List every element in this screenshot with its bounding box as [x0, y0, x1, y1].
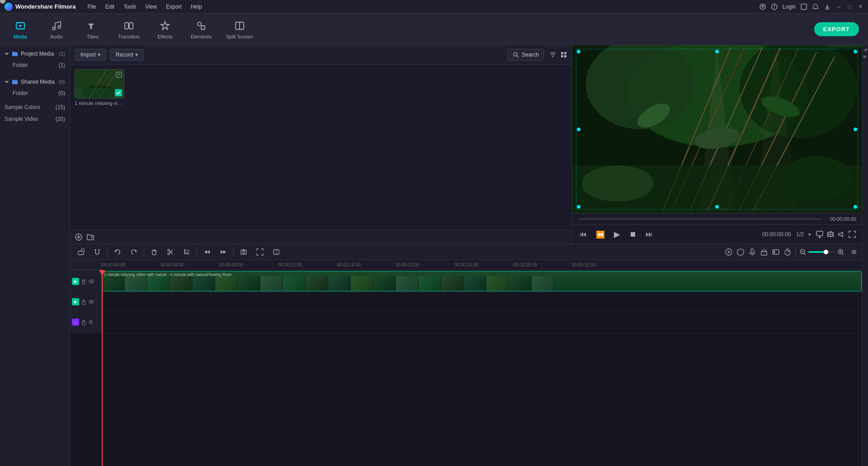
shared-folder-icon: [12, 79, 18, 85]
toolbar-audio[interactable]: Audio: [45, 19, 68, 39]
maximize-button[interactable]: □: [846, 4, 853, 10]
ruler-mark-7: 00:00:28:00: [513, 262, 537, 267]
speed-backward-button[interactable]: [201, 247, 213, 257]
media-item-label: 1 minute relaxing video ...: [75, 100, 124, 106]
track-add-icon[interactable]: [725, 248, 733, 256]
undo-button[interactable]: [111, 247, 124, 257]
sidebar-collapse-icon[interactable]: ◀: [863, 47, 867, 52]
toolbar-transition[interactable]: Transition: [118, 19, 140, 39]
handle-bl[interactable]: [577, 205, 580, 209]
toolbar-titles[interactable]: T Titles: [81, 19, 104, 39]
track1-eye-icon[interactable]: [88, 278, 94, 285]
handle-mt[interactable]: [715, 50, 719, 53]
handle-mr[interactable]: [854, 128, 857, 131]
menu-file[interactable]: File: [83, 2, 100, 12]
handle-tr[interactable]: [854, 50, 857, 53]
track-1-content[interactable]: 1 minute relaxing video with nature - A …: [102, 270, 862, 292]
zoom-handle[interactable]: [824, 250, 828, 254]
voice-tune-icon[interactable]: [760, 248, 768, 256]
track2-lock-icon[interactable]: [80, 299, 87, 305]
sample-video-item[interactable]: Sample Video (20): [0, 113, 70, 125]
menu-edit[interactable]: Edit: [101, 2, 119, 12]
magnet-button[interactable]: [91, 247, 104, 257]
color-grade-icon[interactable]: [772, 248, 780, 256]
scrubber-track[interactable]: [578, 218, 823, 220]
toolbar-elements-label: Elements: [191, 34, 212, 39]
capture-button[interactable]: [237, 247, 250, 257]
handle-tl[interactable]: [577, 50, 580, 53]
export-button[interactable]: EXPORT: [814, 22, 859, 36]
playback-rate-selector[interactable]: ▾: [807, 230, 813, 239]
shared-media-header[interactable]: Shared Media (0): [0, 76, 70, 88]
fullscreen-preview-icon[interactable]: [848, 230, 856, 238]
track-2-content[interactable]: [102, 293, 862, 310]
project-media-folder[interactable]: Folder (1): [0, 60, 70, 71]
filter-icon[interactable]: [549, 51, 557, 58]
sample-colors-item[interactable]: Sample Colors (15): [0, 101, 70, 113]
audio-lock-icon[interactable]: [80, 319, 87, 325]
add-media-button[interactable]: +: [75, 247, 87, 257]
handle-ml[interactable]: [577, 128, 580, 131]
audio-track-content[interactable]: [102, 311, 862, 333]
menu-export[interactable]: Export: [161, 2, 186, 12]
menu-tools[interactable]: Tools: [119, 2, 141, 12]
minimize-button[interactable]: ─: [835, 4, 842, 10]
redo-button[interactable]: [127, 247, 140, 257]
svg-rect-5: [801, 4, 807, 10]
menu-view[interactable]: View: [141, 2, 161, 12]
svg-rect-76: [185, 250, 189, 253]
mic-icon[interactable]: [748, 248, 756, 256]
toolbar-effects[interactable]: Effects: [154, 19, 176, 39]
cut-button[interactable]: [164, 247, 177, 257]
handle-mb[interactable]: [715, 205, 719, 209]
shield-icon[interactable]: [736, 248, 745, 256]
svg-point-78: [243, 251, 245, 253]
svg-point-10: [58, 26, 61, 29]
volume-icon[interactable]: [837, 230, 845, 238]
audio-volume-icon[interactable]: [88, 319, 94, 325]
login-button[interactable]: Login: [783, 4, 796, 10]
import-button[interactable]: Import ▾: [75, 49, 106, 61]
handle-br[interactable]: [854, 205, 857, 209]
speed-icon[interactable]: [783, 248, 792, 256]
toolbar-elements[interactable]: Elements: [190, 19, 212, 39]
track1-lock-icon[interactable]: [80, 278, 87, 285]
grid-view-icon[interactable]: [560, 51, 567, 58]
play-button[interactable]: ▶: [612, 228, 622, 241]
next-frame-button[interactable]: ⏭: [644, 228, 655, 240]
timeline-options-icon[interactable]: [851, 249, 857, 255]
delete-button[interactable]: [148, 247, 160, 257]
crop-button[interactable]: [180, 247, 193, 257]
speed-forward-button[interactable]: [217, 247, 230, 257]
zoom-in-icon[interactable]: [837, 248, 844, 256]
track2-eye-icon[interactable]: [88, 299, 94, 305]
play-backward-button[interactable]: ⏪: [594, 228, 607, 241]
record-button[interactable]: Record ▾: [110, 49, 144, 61]
prev-frame-button[interactable]: ⏮: [578, 228, 589, 240]
toolbar-split-screen[interactable]: Split Screen: [226, 19, 253, 39]
auto-split-button[interactable]: [270, 247, 283, 257]
fullscreen-timeline-button[interactable]: [254, 247, 266, 257]
sample-video-label: Sample Video: [5, 116, 38, 122]
zoom-slider[interactable]: [808, 251, 835, 253]
snapshot-icon[interactable]: [826, 230, 835, 238]
frame-13: [373, 276, 396, 291]
menu-help[interactable]: Help: [186, 2, 207, 12]
shared-media-folder[interactable]: Folder (0): [0, 88, 70, 99]
frame-7: [238, 276, 260, 291]
media-folder-add-icon[interactable]: [86, 233, 94, 241]
zoom-out-icon[interactable]: [799, 248, 807, 256]
stop-button[interactable]: ⏹: [627, 228, 638, 240]
monitor-icon[interactable]: [816, 230, 824, 238]
search-box[interactable]: Search: [508, 49, 544, 61]
toolbar-media[interactable]: Media: [9, 19, 32, 39]
media-item[interactable]: 1 minute relaxing video ...: [75, 69, 124, 106]
timeline-content: 00:00:00:00 00:00:04:00 00:00:08:00 00:0…: [70, 260, 862, 466]
download-icon: [824, 3, 831, 10]
close-button[interactable]: ✕: [857, 4, 863, 10]
project-media-header[interactable]: Project Media (1): [0, 48, 70, 60]
video-clip-1-label: 1 minute relaxing video with nature - A …: [102, 271, 861, 278]
sidebar-expand-icon[interactable]: ▶: [863, 54, 867, 59]
video-clip-1[interactable]: 1 minute relaxing video with nature - A …: [102, 271, 862, 291]
media-add-icon[interactable]: [75, 233, 83, 241]
